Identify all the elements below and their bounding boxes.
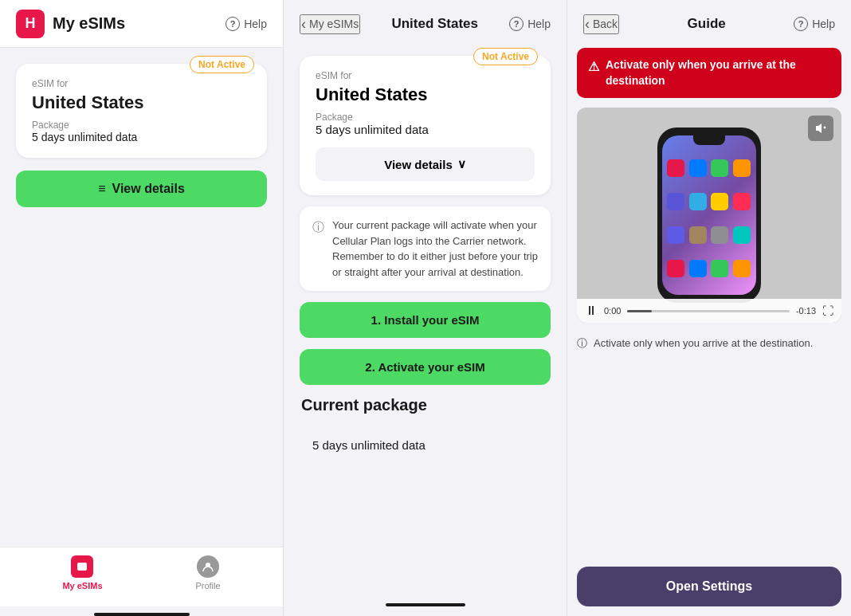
volume-button[interactable]	[808, 116, 833, 141]
video-controls: ⏸ 0:00 -0:13 ⛶	[577, 299, 841, 323]
profile-tab-label: Profile	[195, 581, 220, 590]
app-icon-15	[711, 260, 728, 277]
fullscreen-button[interactable]: ⛶	[822, 304, 833, 317]
app-icon-2	[689, 159, 707, 177]
activation-info-text: Your current package will activate when …	[332, 218, 538, 280]
guide-info-icon: ⓘ	[577, 335, 587, 351]
help-button-panel1[interactable]: ? Help	[225, 17, 267, 31]
logo-area: H My eSIMs	[16, 10, 125, 38]
not-active-badge-p2: Not Active	[473, 48, 538, 65]
open-settings-button[interactable]: Open Settings	[577, 567, 841, 606]
install-label: 1. Install your eSIM	[371, 313, 480, 327]
video-progress-fill	[627, 310, 652, 312]
profile-tab-icon	[197, 555, 219, 578]
detail-esim-for: eSIM for	[316, 70, 535, 81]
detail-pkg-label: Package	[316, 112, 535, 123]
current-package-box: 5 days unlimited data	[300, 426, 551, 465]
detail-country: United States	[316, 84, 535, 105]
app-icon-1	[667, 159, 684, 177]
svg-rect-0	[77, 563, 87, 571]
panel2-title: United States	[391, 16, 478, 32]
app-icon-16	[733, 260, 751, 277]
info-circle-icon: ⓘ	[312, 218, 324, 280]
alert-warning-icon: ⚠	[588, 58, 599, 76]
activate-esim-button[interactable]: 2. Activate your eSIM	[300, 349, 551, 385]
phone-screen-bg	[662, 135, 756, 295]
back-arrow-icon: ‹	[301, 16, 306, 33]
esim-country-p1: United States	[32, 92, 251, 113]
app-icon-8	[733, 193, 751, 210]
esim-for-label-p1: eSIM for	[32, 78, 251, 89]
app-icon-3	[711, 159, 728, 177]
panel-guide: ‹ Back Guide ? Help ⚠ Activate only when…	[567, 0, 851, 616]
panel2-content: Not Active eSIM for United States Packag…	[284, 48, 567, 597]
phone-notch	[693, 135, 725, 145]
help-circle-icon-p2: ?	[509, 17, 524, 31]
app-icon-4	[733, 159, 751, 177]
guide-info-box: ⓘ Activate only when you arrive at the d…	[577, 332, 841, 355]
view-details-text-p2: View details	[384, 158, 453, 171]
chevron-down-icon: ∨	[457, 157, 466, 171]
help-button-p3[interactable]: ? Help	[794, 17, 835, 31]
app-icon-14	[689, 260, 707, 277]
alert-banner: ⚠ Activate only when you arrive at the d…	[577, 48, 841, 98]
phone-mockup	[657, 128, 761, 303]
esim-card-panel1: Not Active eSIM for United States Packag…	[16, 64, 267, 158]
help-circle-icon-p3: ?	[794, 17, 808, 31]
panel-my-esims: H My eSIMs ? Help Not Active eSIM for Un…	[0, 0, 284, 616]
app-icon-5	[667, 193, 684, 210]
bottom-tab-bar: My eSIMs Profile	[0, 547, 283, 606]
not-active-badge-p1: Not Active	[190, 56, 254, 73]
package-value-p1: 5 days unlimited data	[32, 131, 251, 143]
panel3-title: Guide	[688, 16, 726, 32]
esims-tab-label: My eSIMs	[62, 581, 102, 590]
back-label-p2: My eSIMs	[309, 18, 359, 30]
alert-text: Activate only when you arrive at the des…	[606, 57, 830, 88]
open-settings-label: Open Settings	[666, 579, 752, 593]
back-button-p2[interactable]: ‹ My eSIMs	[300, 14, 360, 34]
detail-card-p2: Not Active eSIM for United States Packag…	[300, 56, 551, 195]
activation-info-box: ⓘ Your current package will activate whe…	[300, 206, 551, 291]
help-label-p3: Help	[812, 18, 835, 30]
app-icon-9	[667, 226, 684, 244]
tab-profile[interactable]: Profile	[195, 555, 220, 590]
panel-us-detail: ‹ My eSIMs United States ? Help Not Acti…	[284, 0, 567, 616]
back-label-p3: Back	[593, 18, 618, 30]
app-icon-11	[711, 226, 728, 244]
back-button-p3[interactable]: ‹ Back	[583, 14, 619, 34]
view-details-label-p1: View details	[112, 182, 185, 196]
view-details-button-p1[interactable]: ≡ View details	[16, 171, 267, 207]
home-indicator-p2	[386, 603, 465, 606]
list-icon: ≡	[98, 182, 105, 196]
install-esim-button[interactable]: 1. Install your eSIM	[300, 302, 551, 338]
current-package-title: Current package	[300, 396, 551, 414]
app-name: My eSIMs	[53, 14, 125, 33]
video-progress-bar[interactable]	[627, 310, 790, 312]
app-logo-icon: H	[16, 10, 45, 38]
panel3-header: ‹ Back Guide ? Help	[567, 0, 851, 48]
guide-info-text: Activate only when you arrive at the des…	[594, 335, 813, 351]
tab-my-esims[interactable]: My eSIMs	[62, 555, 102, 590]
detail-pkg-value: 5 days unlimited data	[316, 123, 535, 136]
help-button-p2[interactable]: ? Help	[509, 17, 551, 31]
home-indicator-p1	[94, 613, 190, 616]
view-details-collapse-btn[interactable]: View details ∨	[316, 147, 535, 181]
activate-label: 2. Activate your eSIM	[365, 360, 484, 374]
help-circle-icon: ?	[225, 17, 240, 31]
panel1-header: H My eSIMs ? Help	[0, 0, 283, 48]
video-time-remaining: -0:13	[796, 306, 816, 316]
app-icon-13	[667, 260, 684, 277]
help-label-p2: Help	[527, 18, 551, 30]
current-package-value: 5 days unlimited data	[312, 438, 426, 452]
video-time-current: 0:00	[604, 306, 621, 316]
back-arrow-icon-p3: ‹	[585, 16, 590, 33]
package-label-p1: Package	[32, 120, 251, 131]
pause-button[interactable]: ⏸	[585, 304, 598, 318]
app-icon-7	[711, 193, 728, 210]
app-icon-10	[689, 226, 707, 244]
panel2-header: ‹ My eSIMs United States ? Help	[284, 0, 567, 48]
app-icon-6	[689, 193, 707, 210]
phone-screen	[662, 135, 756, 295]
panel1-content: Not Active eSIM for United States Packag…	[0, 48, 283, 547]
app-icon-12	[733, 226, 751, 244]
